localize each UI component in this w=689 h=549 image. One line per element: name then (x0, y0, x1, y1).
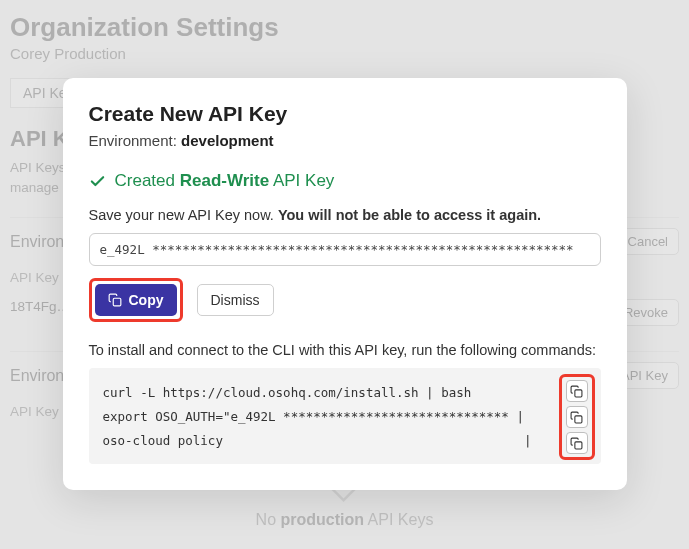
code-text: export OSO_AUTH="e_492L ****************… (103, 409, 524, 424)
copy-commands-highlight (559, 374, 595, 460)
create-api-key-modal: Create New API Key Environment: developm… (63, 78, 627, 490)
svg-rect-2 (575, 415, 582, 422)
copy-highlight: Copy (89, 278, 183, 322)
check-icon (89, 173, 106, 190)
code-text: oso-cloud policy | (103, 433, 532, 448)
svg-rect-3 (575, 441, 582, 448)
success-bold: Read-Write (180, 171, 269, 190)
modal-actions: Copy Dismiss (89, 278, 601, 322)
dismiss-button[interactable]: Dismiss (197, 284, 274, 316)
modal-environment: Environment: development (89, 132, 601, 149)
copy-line-1-button[interactable] (566, 380, 588, 402)
copy-icon (570, 437, 583, 450)
success-suffix: API Key (269, 171, 334, 190)
copy-line-2-button[interactable] (566, 406, 588, 428)
cli-code-block: curl -L https://cloud.osohq.com/install.… (89, 368, 601, 464)
modal-overlay[interactable]: Create New API Key Environment: developm… (0, 0, 689, 549)
install-note: To install and connect to the CLI with t… (89, 342, 601, 358)
svg-rect-0 (113, 298, 121, 306)
copy-line-3-button[interactable] (566, 432, 588, 454)
success-prefix: Created (115, 171, 180, 190)
copy-label: Copy (129, 292, 164, 308)
api-key-display: e_492L *********************************… (89, 233, 601, 266)
save-note-bold: You will not be able to access it again. (278, 207, 541, 223)
code-line: export OSO_AUTH="e_492L ****************… (103, 404, 587, 428)
code-line: curl -L https://cloud.osohq.com/install.… (103, 380, 587, 404)
svg-rect-1 (575, 389, 582, 396)
modal-env-value: development (181, 132, 274, 149)
save-note-prefix: Save your new API Key now. (89, 207, 278, 223)
copy-button[interactable]: Copy (95, 284, 177, 316)
copy-icon (570, 385, 583, 398)
code-text: curl -L https://cloud.osohq.com/install.… (103, 385, 472, 400)
copy-icon (570, 411, 583, 424)
modal-env-label: Environment: (89, 132, 182, 149)
code-line: oso-cloud policy | (103, 428, 587, 452)
success-message: Created Read-Write API Key (89, 171, 601, 191)
copy-icon (108, 293, 122, 307)
modal-title: Create New API Key (89, 102, 601, 126)
save-note: Save your new API Key now. You will not … (89, 207, 601, 223)
